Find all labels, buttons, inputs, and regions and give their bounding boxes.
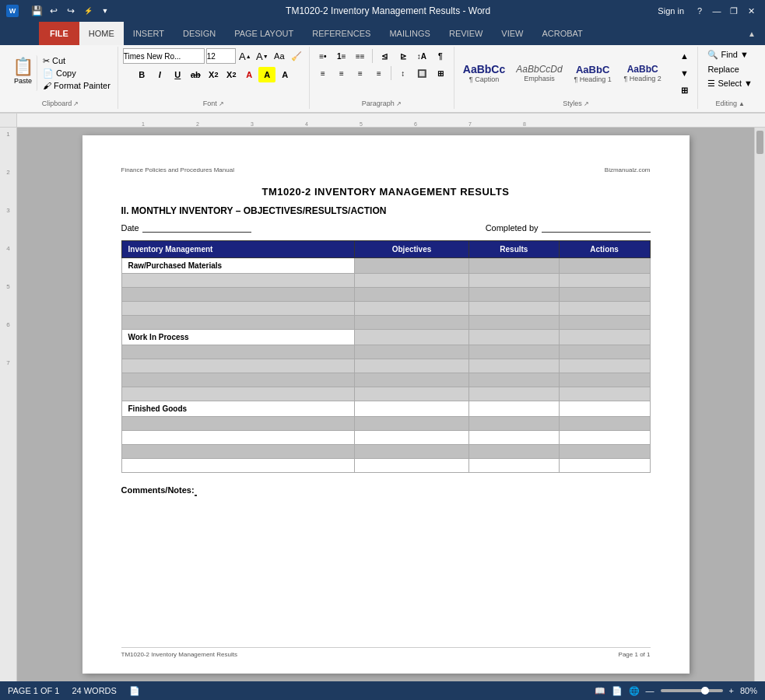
table-row (121, 288, 650, 302)
inventory-table: Inventory Management Objectives Results … (121, 240, 651, 473)
clear-formatting-button[interactable]: 🧹 (289, 48, 304, 64)
font-name-row: Times New Ro... 12 A▲ A▼ Aa 🧹 (123, 48, 304, 64)
align-center-button[interactable]: ≡ (333, 65, 350, 81)
line-spacing-button[interactable]: ↕ (395, 65, 412, 81)
copy-button[interactable]: 📄 Copy (40, 68, 113, 79)
restore-button[interactable]: ❐ (726, 3, 742, 19)
shading-button[interactable]: 🔲 (413, 65, 430, 81)
section-title: II. MONTHLY INVENTORY – OBJECTIVES/RESUL… (121, 205, 651, 216)
zoom-in-button[interactable]: + (729, 686, 734, 695)
sort-button[interactable]: ↕A (413, 48, 430, 64)
document-scroll-area[interactable]: Finance Policies and Procedures Manual B… (17, 128, 754, 681)
tab-acrobat[interactable]: ACROBAT (532, 22, 591, 45)
font-label: Font ↗ (123, 100, 304, 107)
strikethrough-button[interactable]: ab (187, 67, 204, 82)
zoom-slider[interactable] (661, 689, 723, 692)
bold-button[interactable]: B (133, 67, 150, 82)
styles-expand[interactable]: ⊞ (676, 82, 693, 98)
web-layout-icon[interactable]: 🌐 (629, 686, 640, 696)
tab-page-layout[interactable]: PAGE LAYOUT (225, 22, 303, 45)
superscript-button[interactable]: X2 (223, 67, 240, 82)
increase-indent-button[interactable]: ⊵ (395, 48, 412, 64)
tab-mailings[interactable]: MAILINGS (380, 22, 440, 45)
vertical-scrollbar[interactable] (754, 128, 765, 681)
redo-qat-button[interactable]: ↪ (64, 4, 78, 18)
sign-in-button[interactable]: Sign in (658, 6, 690, 16)
document-title: TM1020-2 INVENTORY MANAGEMENT RESULTS (121, 186, 651, 198)
page-count: PAGE 1 OF 1 (8, 686, 59, 696)
styles-scroll-down[interactable]: ▼ (676, 65, 693, 81)
text-color-button[interactable]: A (240, 67, 258, 82)
decrease-indent-button[interactable]: ⊴ (376, 48, 393, 64)
align-right-button[interactable]: ≡ (352, 65, 369, 81)
quick-access-toolbar: 💾 ↩ ↪ ⚡ ▼ (23, 4, 118, 18)
raw-obj-1 (354, 258, 468, 274)
font-expand-icon[interactable]: ↗ (219, 100, 224, 107)
font-group-content: Times New Ro... 12 A▲ A▼ Aa 🧹 B I U ab X… (123, 48, 304, 98)
col-actions: Actions (559, 241, 650, 258)
numbering-button[interactable]: 1≡ (333, 48, 350, 64)
tab-insert[interactable]: INSERT (124, 22, 174, 45)
show-para-button[interactable]: ¶ (432, 48, 449, 64)
table-row (121, 274, 650, 288)
font-color-button[interactable]: A (276, 67, 293, 82)
table-row (121, 417, 650, 431)
read-mode-icon[interactable]: 📖 (595, 686, 605, 696)
editing-group: 🔍 Find ▼ Replace ☰ Select ▼ Editing ▲ (698, 47, 762, 109)
flash-qat-button[interactable]: ⚡ (81, 4, 95, 18)
underline-button[interactable]: U (169, 67, 186, 82)
multilevel-button[interactable]: ≡≡ (352, 48, 369, 64)
font-shrink-button[interactable]: A▼ (254, 48, 270, 64)
document-page: Finance Policies and Procedures Manual B… (82, 135, 690, 674)
clipboard-label: Clipboard ↗ (8, 100, 113, 107)
close-button[interactable]: ✕ (743, 3, 759, 19)
zoom-out-button[interactable]: — (646, 686, 654, 695)
align-left-button[interactable]: ≡ (314, 65, 332, 81)
footer-left: TM1020-2 Inventory Management Results (121, 651, 237, 658)
qat-dropdown[interactable]: ▼ (98, 4, 112, 18)
select-button[interactable]: ☰ Select ▼ (703, 77, 757, 90)
find-button[interactable]: 🔍 Find ▼ (703, 48, 753, 61)
tab-view[interactable]: VIEW (492, 22, 532, 45)
tab-review[interactable]: REVIEW (440, 22, 492, 45)
font-size-input[interactable]: 12 (206, 48, 236, 64)
tab-design[interactable]: DESIGN (174, 22, 225, 45)
style-caption[interactable]: AaBbCc ¶ Caption (459, 61, 509, 86)
styles-scroll-up[interactable]: ▲ (676, 48, 693, 64)
cut-button[interactable]: ✂ Cut (40, 55, 113, 67)
ribbon-collapse[interactable]: ▲ (739, 22, 765, 45)
zoom-thumb[interactable] (701, 687, 709, 695)
tab-references[interactable]: REFERENCES (303, 22, 380, 45)
style-emphasis[interactable]: AaBbCcDd Emphasis (512, 61, 566, 85)
undo-qat-button[interactable]: ↩ (47, 4, 61, 18)
italic-button[interactable]: I (151, 67, 168, 82)
paragraph-expand-icon[interactable]: ↗ (396, 100, 402, 107)
tab-file[interactable]: FILE (39, 22, 79, 45)
format-painter-button[interactable]: 🖌 Format Painter (40, 80, 113, 91)
page-header: Finance Policies and Procedures Manual B… (121, 166, 651, 173)
tab-home[interactable]: HOME (79, 22, 124, 45)
print-layout-icon[interactable]: 📄 (612, 686, 623, 696)
justify-button[interactable]: ≡ (370, 65, 388, 81)
style-heading2[interactable]: AaBbC ¶ Heading 2 (619, 61, 666, 85)
highlight-button[interactable]: A (258, 67, 275, 82)
doc-container: 1 2 3 4 5 6 7 Finance Policies and Proce… (0, 128, 765, 681)
clipboard-expand-icon[interactable]: ↗ (73, 100, 79, 107)
help-button[interactable]: ? (692, 3, 707, 19)
paste-button[interactable]: 📋 Paste (8, 55, 37, 91)
font-grow-button[interactable]: A▲ (237, 48, 253, 64)
paragraph-group: ≡• 1≡ ≡≡ ⊴ ⊵ ↕A ¶ ≡ ≡ ≡ ≡ (310, 47, 454, 109)
save-qat-button[interactable]: 💾 (30, 4, 44, 18)
zoom-level[interactable]: 80% (740, 686, 757, 695)
styles-expand-icon[interactable]: ↗ (584, 100, 589, 107)
font-name-input[interactable]: Times New Ro... (123, 48, 205, 64)
minimize-button[interactable]: — (709, 3, 725, 19)
borders-button[interactable]: ⊞ (432, 65, 449, 81)
table-row (121, 373, 650, 387)
subscript-button[interactable]: X2 (205, 67, 222, 82)
style-heading1[interactable]: AaBbC ¶ Heading 1 (570, 61, 616, 86)
change-case-button[interactable]: Aa (272, 48, 287, 64)
editing-expand-icon[interactable]: ▲ (739, 100, 745, 107)
bullets-button[interactable]: ≡• (314, 48, 332, 64)
replace-button[interactable]: Replace (703, 63, 743, 75)
